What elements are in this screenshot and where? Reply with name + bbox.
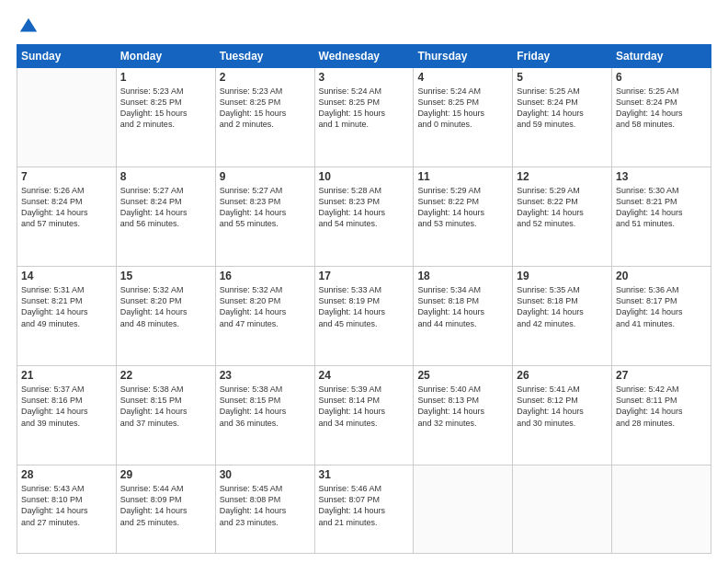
calendar-cell: 11Sunrise: 5:29 AM Sunset: 8:22 PM Dayli… — [414, 167, 513, 267]
weekday-header-monday: Monday — [116, 45, 215, 68]
day-number: 2 — [220, 71, 311, 84]
calendar-cell: 7Sunrise: 5:26 AM Sunset: 8:24 PM Daylig… — [17, 167, 117, 267]
day-number: 30 — [220, 468, 311, 481]
svg-marker-0 — [20, 18, 37, 32]
day-number: 24 — [319, 369, 410, 382]
calendar-cell: 12Sunrise: 5:29 AM Sunset: 8:22 PM Dayli… — [513, 167, 612, 267]
calendar-cell: 2Sunrise: 5:23 AM Sunset: 8:25 PM Daylig… — [215, 68, 314, 167]
day-number: 9 — [220, 170, 311, 183]
day-info: Sunrise: 5:46 AM Sunset: 8:07 PM Dayligh… — [319, 483, 410, 528]
weekday-header-friday: Friday — [513, 45, 612, 68]
day-info: Sunrise: 5:44 AM Sunset: 8:09 PM Dayligh… — [120, 483, 211, 528]
calendar-cell: 21Sunrise: 5:37 AM Sunset: 8:16 PM Dayli… — [17, 366, 117, 465]
day-info: Sunrise: 5:35 AM Sunset: 8:18 PM Dayligh… — [517, 284, 608, 329]
calendar-cell: 16Sunrise: 5:32 AM Sunset: 8:20 PM Dayli… — [215, 267, 314, 366]
day-number: 3 — [319, 71, 410, 84]
day-number: 29 — [120, 468, 211, 481]
day-info: Sunrise: 5:23 AM Sunset: 8:25 PM Dayligh… — [120, 86, 211, 131]
day-number: 15 — [120, 270, 211, 282]
day-info: Sunrise: 5:33 AM Sunset: 8:19 PM Dayligh… — [319, 284, 410, 329]
day-info: Sunrise: 5:25 AM Sunset: 8:24 PM Dayligh… — [517, 86, 608, 131]
calendar-cell: 17Sunrise: 5:33 AM Sunset: 8:19 PM Dayli… — [314, 267, 414, 366]
day-number: 26 — [517, 369, 608, 382]
calendar-cell: 30Sunrise: 5:45 AM Sunset: 8:08 PM Dayli… — [215, 465, 314, 554]
calendar-cell: 19Sunrise: 5:35 AM Sunset: 8:18 PM Dayli… — [513, 267, 612, 366]
day-info: Sunrise: 5:39 AM Sunset: 8:14 PM Dayligh… — [319, 384, 410, 429]
day-number: 4 — [417, 71, 508, 84]
day-number: 20 — [616, 270, 707, 282]
logo — [17, 17, 39, 37]
day-number: 22 — [120, 369, 211, 382]
calendar-cell: 27Sunrise: 5:42 AM Sunset: 8:11 PM Dayli… — [612, 366, 711, 465]
calendar-cell: 15Sunrise: 5:32 AM Sunset: 8:20 PM Dayli… — [116, 267, 215, 366]
day-info: Sunrise: 5:40 AM Sunset: 8:13 PM Dayligh… — [417, 384, 508, 429]
calendar: SundayMondayTuesdayWednesdayThursdayFrid… — [17, 44, 711, 554]
day-info: Sunrise: 5:34 AM Sunset: 8:18 PM Dayligh… — [417, 284, 508, 329]
day-info: Sunrise: 5:25 AM Sunset: 8:24 PM Dayligh… — [616, 86, 707, 131]
weekday-header-tuesday: Tuesday — [215, 45, 314, 68]
calendar-cell — [414, 465, 513, 554]
header — [17, 17, 711, 37]
day-number: 5 — [517, 71, 608, 84]
day-info: Sunrise: 5:27 AM Sunset: 8:23 PM Dayligh… — [220, 185, 311, 230]
calendar-cell: 1Sunrise: 5:23 AM Sunset: 8:25 PM Daylig… — [116, 68, 215, 167]
day-info: Sunrise: 5:45 AM Sunset: 8:08 PM Dayligh… — [220, 483, 311, 528]
day-info: Sunrise: 5:36 AM Sunset: 8:17 PM Dayligh… — [616, 284, 707, 329]
day-number: 31 — [319, 468, 410, 481]
calendar-week-row: 28Sunrise: 5:43 AM Sunset: 8:10 PM Dayli… — [17, 465, 711, 554]
day-number: 8 — [120, 170, 211, 183]
calendar-cell: 5Sunrise: 5:25 AM Sunset: 8:24 PM Daylig… — [513, 68, 612, 167]
page: SundayMondayTuesdayWednesdayThursdayFrid… — [0, 0, 728, 563]
calendar-cell — [17, 68, 117, 167]
calendar-cell: 22Sunrise: 5:38 AM Sunset: 8:15 PM Dayli… — [116, 366, 215, 465]
calendar-cell — [612, 465, 711, 554]
day-number: 28 — [21, 468, 112, 481]
weekday-header-sunday: Sunday — [17, 45, 117, 68]
day-number: 11 — [417, 170, 508, 183]
day-info: Sunrise: 5:37 AM Sunset: 8:16 PM Dayligh… — [21, 384, 112, 429]
day-info: Sunrise: 5:38 AM Sunset: 8:15 PM Dayligh… — [220, 384, 311, 429]
day-info: Sunrise: 5:43 AM Sunset: 8:10 PM Dayligh… — [21, 483, 112, 528]
day-number: 14 — [21, 270, 112, 282]
logo-icon — [18, 17, 39, 37]
day-number: 16 — [220, 270, 311, 282]
calendar-week-row: 1Sunrise: 5:23 AM Sunset: 8:25 PM Daylig… — [17, 68, 711, 167]
day-info: Sunrise: 5:24 AM Sunset: 8:25 PM Dayligh… — [417, 86, 508, 131]
weekday-header-row: SundayMondayTuesdayWednesdayThursdayFrid… — [17, 45, 711, 68]
calendar-cell: 20Sunrise: 5:36 AM Sunset: 8:17 PM Dayli… — [612, 267, 711, 366]
day-info: Sunrise: 5:24 AM Sunset: 8:25 PM Dayligh… — [319, 86, 410, 131]
day-info: Sunrise: 5:29 AM Sunset: 8:22 PM Dayligh… — [517, 185, 608, 230]
calendar-cell: 26Sunrise: 5:41 AM Sunset: 8:12 PM Dayli… — [513, 366, 612, 465]
calendar-week-row: 7Sunrise: 5:26 AM Sunset: 8:24 PM Daylig… — [17, 167, 711, 267]
calendar-cell: 18Sunrise: 5:34 AM Sunset: 8:18 PM Dayli… — [414, 267, 513, 366]
day-info: Sunrise: 5:29 AM Sunset: 8:22 PM Dayligh… — [417, 185, 508, 230]
day-number: 23 — [220, 369, 311, 382]
calendar-cell: 9Sunrise: 5:27 AM Sunset: 8:23 PM Daylig… — [215, 167, 314, 267]
calendar-cell: 29Sunrise: 5:44 AM Sunset: 8:09 PM Dayli… — [116, 465, 215, 554]
day-info: Sunrise: 5:26 AM Sunset: 8:24 PM Dayligh… — [21, 185, 112, 230]
day-info: Sunrise: 5:32 AM Sunset: 8:20 PM Dayligh… — [120, 284, 211, 329]
calendar-week-row: 21Sunrise: 5:37 AM Sunset: 8:16 PM Dayli… — [17, 366, 711, 465]
day-info: Sunrise: 5:41 AM Sunset: 8:12 PM Dayligh… — [517, 384, 608, 429]
calendar-cell: 10Sunrise: 5:28 AM Sunset: 8:23 PM Dayli… — [314, 167, 414, 267]
calendar-cell: 13Sunrise: 5:30 AM Sunset: 8:21 PM Dayli… — [612, 167, 711, 267]
calendar-cell: 4Sunrise: 5:24 AM Sunset: 8:25 PM Daylig… — [414, 68, 513, 167]
day-number: 27 — [616, 369, 707, 382]
day-info: Sunrise: 5:38 AM Sunset: 8:15 PM Dayligh… — [120, 384, 211, 429]
day-info: Sunrise: 5:42 AM Sunset: 8:11 PM Dayligh… — [616, 384, 707, 429]
calendar-cell: 3Sunrise: 5:24 AM Sunset: 8:25 PM Daylig… — [314, 68, 414, 167]
day-info: Sunrise: 5:27 AM Sunset: 8:24 PM Dayligh… — [120, 185, 211, 230]
day-number: 1 — [120, 71, 211, 84]
calendar-cell: 24Sunrise: 5:39 AM Sunset: 8:14 PM Dayli… — [314, 366, 414, 465]
day-number: 17 — [319, 270, 410, 282]
calendar-week-row: 14Sunrise: 5:31 AM Sunset: 8:21 PM Dayli… — [17, 267, 711, 366]
day-number: 10 — [319, 170, 410, 183]
calendar-cell: 23Sunrise: 5:38 AM Sunset: 8:15 PM Dayli… — [215, 366, 314, 465]
day-info: Sunrise: 5:31 AM Sunset: 8:21 PM Dayligh… — [21, 284, 112, 329]
calendar-cell — [513, 465, 612, 554]
day-info: Sunrise: 5:28 AM Sunset: 8:23 PM Dayligh… — [319, 185, 410, 230]
calendar-cell: 28Sunrise: 5:43 AM Sunset: 8:10 PM Dayli… — [17, 465, 117, 554]
day-info: Sunrise: 5:32 AM Sunset: 8:20 PM Dayligh… — [220, 284, 311, 329]
weekday-header-thursday: Thursday — [414, 45, 513, 68]
day-number: 25 — [417, 369, 508, 382]
